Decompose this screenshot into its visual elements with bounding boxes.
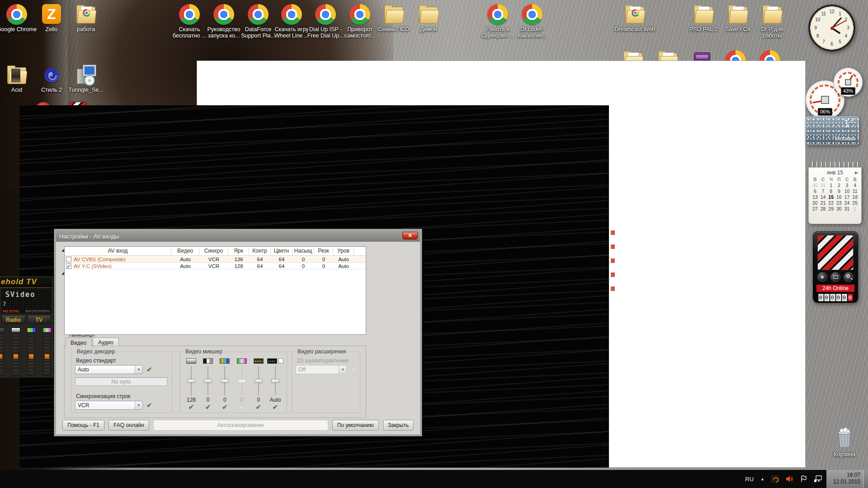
calendar-day[interactable]: 2 (835, 183, 843, 188)
clock-gadget[interactable]: 121234567891011 (808, 5, 855, 52)
slider-thumb[interactable] (255, 379, 263, 383)
column-header[interactable]: Цветн (271, 247, 292, 255)
calendar-day[interactable]: 15 (827, 194, 835, 200)
column-header[interactable]: Насыщ (292, 247, 314, 255)
language-indicator[interactable]: RU (745, 476, 754, 483)
calendar-day[interactable]: 20 (811, 200, 819, 206)
noise-reduction-select[interactable]: Off ▼ (296, 365, 347, 374)
hue-slider[interactable] (218, 366, 231, 395)
volume-icon[interactable] (786, 475, 793, 483)
desktop-icon[interactable]: DFP для работы (752, 4, 793, 39)
button-закрыть[interactable]: Закрыть (383, 420, 414, 431)
column-header[interactable]: Резк (314, 247, 333, 255)
slider-thumb[interactable] (187, 379, 195, 383)
desktop-icon[interactable]: Демон (408, 4, 449, 33)
network-icon[interactable] (814, 475, 823, 483)
calendar-day[interactable]: 1 (827, 183, 835, 188)
column-header[interactable]: Ярк (228, 247, 249, 255)
chevron-down-icon[interactable]: ▼ (135, 401, 142, 409)
calendar-day[interactable]: 16 (835, 194, 843, 200)
show-desktop-button[interactable] (863, 470, 868, 488)
checkbox[interactable]: ✔ (66, 263, 71, 269)
column-header[interactable]: Синхро (199, 247, 228, 255)
tv-button[interactable]: TV (28, 316, 51, 324)
calendar-day[interactable]: 10 (843, 188, 851, 194)
calendar-day[interactable]: 8 (827, 188, 835, 194)
table-row[interactable]: AV CVBS (Composite)AutoVCR136646400Auto (65, 256, 366, 263)
calendar-day[interactable]: 11 (851, 188, 859, 194)
calendar-day[interactable]: 27 (811, 206, 819, 211)
calendar-day[interactable]: 31 (819, 183, 827, 188)
column-header[interactable]: AV вход (65, 247, 171, 255)
calendar-next-icon[interactable]: ▶ (855, 170, 858, 175)
calendar-day[interactable]: 9 (835, 188, 843, 194)
close-icon[interactable]: ✕ (402, 232, 418, 239)
slider-thumb[interactable] (221, 379, 229, 383)
table-row[interactable]: ✔AV Y-C (SVideo)AutoVCR128646400Auto (65, 263, 366, 269)
slider-thumb[interactable] (271, 379, 279, 383)
checkbox[interactable] (66, 257, 71, 262)
calendar-day[interactable]: 17 (843, 194, 851, 200)
saturation-slider[interactable] (43, 334, 51, 376)
radio-button[interactable]: Radio (2, 316, 25, 324)
column-header[interactable]: Контр (249, 247, 271, 255)
calendar-day[interactable]: 29 (827, 206, 835, 211)
dialog-titlebar[interactable]: Настройки - AV входы (56, 231, 420, 242)
tray-expand-icon[interactable]: ▲ (760, 477, 764, 481)
calendar-day[interactable]: 1 (851, 206, 859, 211)
calendar-day[interactable]: 24 (843, 200, 851, 206)
desktop-icon[interactable]: Dr.Loder- вакансии... (512, 4, 552, 39)
desktop-icon[interactable]: работа (66, 4, 106, 33)
calendar-day[interactable]: 21 (819, 200, 827, 206)
brightness-slider[interactable] (184, 366, 198, 395)
agc-checkbox[interactable] (278, 358, 283, 363)
tray-app-icon[interactable] (771, 475, 779, 483)
hue-slider[interactable] (28, 334, 35, 376)
weather-gadget[interactable]: 1° Москва (806, 116, 859, 145)
image-icon[interactable] (830, 272, 840, 282)
volume-slider[interactable] (0, 334, 4, 376)
video-standard-select[interactable]: Auto ▼ (75, 365, 143, 374)
calendar-day[interactable]: 31 (843, 206, 851, 211)
column-header[interactable]: Видео (171, 247, 199, 255)
chevron-down-icon[interactable]: ▼ (135, 366, 142, 374)
calendar-day[interactable]: 18 (851, 194, 859, 200)
cpu-meter-gadget[interactable]: 06% 43% (806, 68, 864, 122)
recycle-bin[interactable]: Корзина (828, 427, 861, 458)
taskbar[interactable]: RU ▲ 16:07 12.01.2015 (0, 470, 868, 488)
tab-video[interactable]: Видео (65, 338, 92, 347)
calendar-day[interactable]: 22 (827, 200, 835, 206)
line-sync-select[interactable]: VCR ▼ (75, 401, 143, 410)
calendar-day[interactable]: 4 (851, 183, 859, 188)
desktop-icon[interactable]: Dreamcast Web (614, 4, 655, 33)
button-автосканирование[interactable]: Автосканирование (153, 420, 328, 431)
contrast-slider[interactable] (12, 334, 19, 376)
calendar-day[interactable]: 14 (819, 194, 827, 200)
contrast-slider[interactable] (201, 366, 215, 395)
visit-counter-gadget[interactable]: ★ 24h Online 000000 (813, 231, 858, 303)
calendar-gadget[interactable]: янв 15 ▶ ВСЧПСВ3031123467891011131415161… (808, 162, 862, 224)
calendar-day[interactable]: 25 (851, 200, 859, 206)
button-faq-онлайн[interactable]: FAQ онлайн (108, 420, 149, 431)
calendar-day[interactable]: 13 (811, 194, 819, 200)
agc-slider[interactable] (269, 366, 282, 395)
calendar-day[interactable]: 7 (819, 188, 827, 194)
star-icon[interactable]: ★ (817, 272, 827, 282)
calendar-day[interactable]: 6 (811, 188, 819, 194)
taskbar-clock-area[interactable]: 16:07 12.01.2015 (826, 470, 868, 488)
calendar-day[interactable]: 28 (819, 206, 827, 211)
behold-tv-panel[interactable]: ehold TV SVideo 7 NO SYNC MACROVISION Ra… (0, 277, 53, 378)
calendar-day[interactable]: 23 (835, 200, 843, 206)
saturation-slider[interactable] (235, 366, 249, 395)
desktop-icon[interactable]: Tunngle_Se... (66, 64, 106, 93)
button-по-умолчанию[interactable]: По умолчанию (332, 420, 379, 431)
slider-thumb[interactable] (204, 379, 212, 383)
calendar-day[interactable]: 3 (843, 183, 851, 188)
column-header[interactable]: Уров (333, 247, 354, 255)
search-icon[interactable] (844, 272, 854, 282)
calendar-day[interactable]: 30 (835, 206, 843, 211)
action-center-flag-icon[interactable] (800, 475, 807, 483)
sharpness-slider[interactable] (252, 366, 265, 395)
button-помощь-f1[interactable]: Помощь - F1 (62, 420, 104, 431)
calendar-day[interactable]: 30 (811, 183, 819, 188)
